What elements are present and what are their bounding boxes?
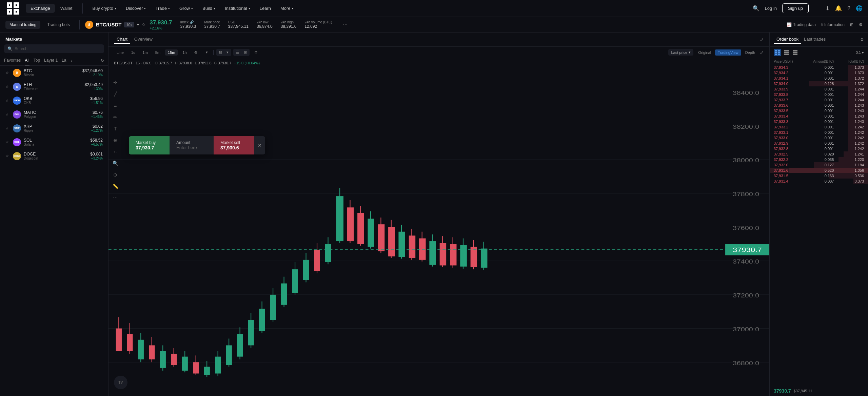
signup-button[interactable]: Sign up [782,3,809,13]
table-row[interactable]: 37,933.9 0.001 1.244 [770,86,868,92]
multi-line-tool[interactable]: ≡ [111,101,120,110]
nav-learn[interactable]: Learn [256,4,275,13]
table-row[interactable]: 37,932.8 0.001 1.242 [770,146,868,151]
exchange-tab[interactable]: Exchange [26,4,55,13]
markets-search-input[interactable] [15,46,101,51]
table-row[interactable]: 37,931.5 0.163 0.536 [770,173,868,179]
nav-buy-crypto[interactable]: Buy crypto ▾ [88,4,120,13]
nav-institutional[interactable]: Institutional ▾ [221,4,254,13]
zoom-tool[interactable]: 🔍 [111,159,120,168]
brush-tool[interactable]: ✏ [111,112,120,122]
settings-button[interactable]: ⚙ [859,22,863,27]
download-icon[interactable]: ⬇ [825,5,830,12]
market-buy-button[interactable]: Market buy 37,930.7 [129,136,170,154]
indicators-button[interactable]: ☰ [234,49,241,55]
favorite-star-icon[interactable]: ☆ [142,22,145,27]
pair-chevron-icon[interactable]: ▾ [137,22,139,27]
magnet-tool[interactable]: ⊙ [111,170,120,180]
logo[interactable] [5,1,20,16]
table-row[interactable]: 37,933.3 0.001 1.243 [770,119,868,124]
table-row[interactable]: 37,933.7 0.001 1.244 [770,97,868,103]
globe-icon[interactable]: 🌐 [856,5,863,12]
table-row[interactable]: 37,933.6 0.001 1.243 [770,103,868,108]
nav-more[interactable]: More ▾ [276,4,298,13]
list-item[interactable]: ☆ SOL SOL Solana $58.52 +6.57% [0,135,108,149]
tab-more-icon[interactable]: › [71,58,72,63]
measure-tool[interactable]: ↔ [111,147,120,157]
table-row[interactable]: 37,934.0 0.128 1.372 [770,81,868,86]
refresh-icon[interactable]: ↻ [101,58,104,63]
15m-button[interactable]: 15m [165,49,178,56]
table-row[interactable]: 37,934.3 0.001 1.373 [770,65,868,70]
line-button[interactable]: Line [114,49,126,56]
trendline-tool[interactable]: ╱ [111,89,120,99]
favorite-icon[interactable]: ☆ [5,154,10,158]
nav-trade[interactable]: Trade ▾ [151,4,174,13]
trading-bots-button[interactable]: Trading bots [43,21,74,29]
wallet-tab[interactable]: Wallet [56,4,77,13]
1m-button[interactable]: 1m [140,49,150,56]
table-row[interactable]: 37,932.5 0.020 1.241 [770,151,868,157]
table-row[interactable]: 37,934.2 0.001 1.373 [770,70,868,76]
table-row[interactable]: 37,931.4 0.007 0.373 [770,179,868,184]
1s-button[interactable]: 1s [129,49,138,56]
last-price-selector[interactable]: Last price ▾ [668,49,693,56]
search-icon[interactable]: 🔍 [753,5,760,12]
list-item[interactable]: ☆ ₿ BTC Bitcoin $37,946.60 +2.19% [0,66,108,80]
favorite-icon[interactable]: ☆ [5,84,10,89]
list-item[interactable]: ☆ OKB OKB OKB $56.96 +1.51% [0,93,108,107]
table-row[interactable]: 37,932.9 0.001 1.242 [770,141,868,146]
favorite-icon[interactable]: ☆ [5,126,10,130]
list-item[interactable]: ☆ Ξ ETH Ethereum $2,053.49 +1.30% [0,80,108,93]
depth-style-button[interactable]: Depth [743,49,758,56]
list-item[interactable]: ☆ POL MATIC Polygon $0.76 +1.46% [0,107,108,121]
5m-button[interactable]: 5m [153,49,163,56]
orderbook-settings-icon[interactable]: ⚙ [860,37,864,42]
amount-input[interactable]: Enter here [176,145,207,150]
favorite-icon[interactable]: ☆ [5,112,10,117]
candlestick-icon[interactable]: ⊟ [217,49,224,55]
settings-button[interactable]: ⚙ [252,49,260,56]
tab-top[interactable]: Top [34,56,40,65]
nav-discover[interactable]: Discover ▾ [122,4,150,13]
chart-canvas[interactable]: BTC/USDT · 15 · OKX O 37915.7 H 37938.0 … [108,58,769,396]
tab-chart[interactable]: Chart [114,35,130,44]
market-sell-button[interactable]: Market sell 37,930.6 [214,136,254,154]
buy-only-view-icon[interactable] [791,49,799,56]
help-icon[interactable]: ? [847,5,850,12]
crosshair-tool[interactable]: ✛ [111,78,120,87]
tab-order-book[interactable]: Order book [774,35,801,44]
shape-tool[interactable]: ⊕ [111,136,120,145]
notification-icon[interactable]: 🔔 [835,5,842,12]
tab-layer1[interactable]: Layer 1 [44,56,58,65]
trading-data-button[interactable]: 📈 Trading data [787,22,816,27]
table-row[interactable]: 37,933.1 0.001 1.242 [770,130,868,135]
layout-button[interactable]: ⊞ [850,22,853,27]
chart-type-chevron[interactable]: ▾ [224,49,231,55]
more-stats-button[interactable]: ··· [343,22,348,28]
list-item[interactable]: ☆ XRP XRP Ripple $0.62 +1.27% [0,121,108,135]
table-row[interactable]: 37,932.0 0.127 1.184 [770,162,868,168]
original-style-button[interactable]: Original [695,49,714,56]
text-tool[interactable]: T [111,124,120,133]
login-button[interactable]: Log in [765,6,777,11]
favorite-icon[interactable]: ☆ [5,140,10,144]
table-row[interactable]: 37,933.4 0.001 1.243 [770,113,868,119]
indicator-chevron[interactable]: ⊞ [242,49,249,55]
tab-overview[interactable]: Overview [132,35,155,44]
tab-la[interactable]: La [62,56,66,65]
table-row[interactable]: 37,933.8 0.001 1.244 [770,92,868,97]
list-item[interactable]: ☆ DOGE DOGE Dogecoin $0.081 +3.24% [0,149,108,163]
tab-favorites[interactable]: Favorites [4,56,21,65]
more-tools-button[interactable]: ⋯ [111,193,120,203]
fullscreen-icon[interactable]: ⤢ [760,50,764,55]
decimal-selector[interactable]: 0.1 ▾ [856,50,864,55]
favorite-icon[interactable]: ☆ [5,70,10,75]
table-row[interactable]: 37,933.5 0.001 1.243 [770,108,868,113]
tab-last-trades[interactable]: Last trades [801,35,828,44]
table-row[interactable]: 37,934.1 0.001 1.372 [770,76,868,81]
tradingview-style-button[interactable]: TradingView [715,49,741,56]
expand-icon[interactable]: ⤢ [760,37,764,42]
table-row[interactable]: 37,931.6 0.520 1.056 [770,168,868,173]
both-sides-view-icon[interactable] [774,49,781,56]
